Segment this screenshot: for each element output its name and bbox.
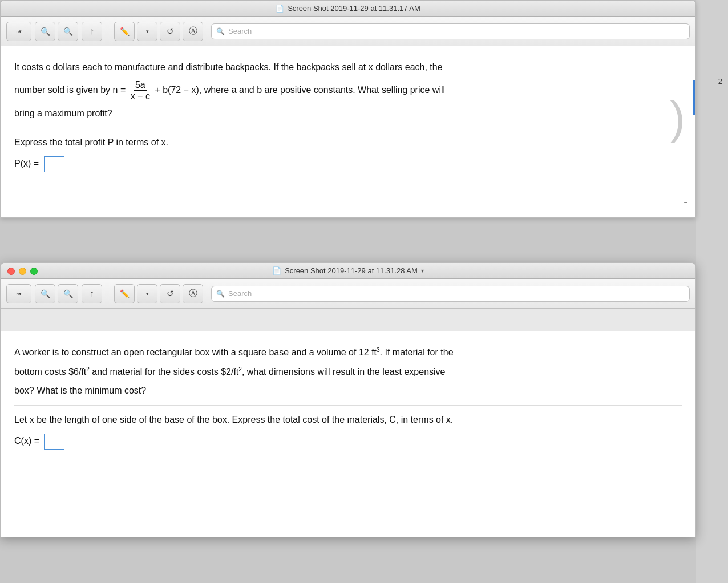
bottom-chevron-down-icon-2: ▾ — [146, 291, 149, 297]
document-icon: 📄 — [276, 5, 284, 13]
problem1-text-3: + b(72 − x), where a and b are positive … — [155, 85, 445, 95]
toolbar-separator-1 — [108, 23, 108, 40]
problem2-text-3: bottom costs $6/ft — [14, 367, 86, 376]
subproblem2-text: Let x be the length of one side of the b… — [14, 412, 682, 427]
problem2-text-1: A worker is to construct an open rectang… — [14, 347, 377, 357]
problem2-text-4: and material for the sides costs $2/ft — [90, 367, 238, 376]
search-bar[interactable]: 🔍 Search — [211, 23, 690, 39]
bottom-zoom-out-button[interactable]: 🔍 — [35, 284, 55, 303]
document-icon-bottom: 📄 — [272, 266, 281, 275]
minimize-button[interactable] — [19, 268, 26, 275]
bottom-title-bar: 📄 Screen Shot 2019-11-29 at 11.31.28 AM … — [1, 263, 695, 279]
share-button[interactable]: ↑ — [82, 22, 102, 41]
problem1-text-2: number sold is given by n = — [14, 85, 126, 95]
px-expression-row: P(x) = — [14, 156, 682, 172]
bottom-rotate-icon: ↺ — [167, 289, 174, 299]
top-toolbar: ▫️ ▾ 🔍 🔍 ↑ ✏️ ▾ ↺ — [1, 17, 695, 46]
chevron-down-icon: ▾ — [19, 29, 22, 34]
bottom-chevron-down-icon: ▾ — [19, 291, 22, 297]
close-button[interactable] — [7, 268, 15, 275]
bottom-share-button[interactable]: ↑ — [82, 284, 102, 303]
top-title-text: 📄 Screen Shot 2019-11-29 at 11.31.17 AM — [276, 4, 420, 13]
title-chevron-icon[interactable]: ▾ — [421, 268, 424, 274]
subproblem1-text: Express the total profit P in terms of x… — [14, 135, 682, 150]
bottom-rotate-button[interactable]: ↺ — [160, 284, 180, 303]
sidebar-toggle-button[interactable]: ▫️ ▾ — [6, 22, 31, 41]
bottom-title-text: 📄 Screen Shot 2019-11-29 at 11.31.28 AM … — [272, 266, 424, 275]
problem2-divider — [14, 405, 682, 406]
problem2-line3: box? What is the minimum cost? — [14, 383, 682, 398]
problem1-text-4: bring a maximum profit? — [14, 108, 112, 118]
bottom-annotate-button[interactable]: Ⓐ — [183, 284, 203, 303]
bottom-title-label: Screen Shot 2019-11-29 at 11.31.28 AM — [285, 266, 418, 275]
cx-label: C(x) = — [14, 436, 39, 446]
problem2-text-6: box? What is the minimum cost? — [14, 386, 146, 395]
bottom-toolbar-separator — [108, 285, 108, 302]
problem1-line1: It costs c dollars each to manufacture a… — [14, 60, 682, 75]
problem2-line1: A worker is to construct an open rectang… — [14, 345, 682, 360]
bottom-pencil-icon: ✏️ — [120, 289, 130, 298]
bottom-search-placeholder: Search — [228, 289, 252, 298]
bottom-toolbar: ▫️ ▾ 🔍 🔍 ↑ ✏️ ▾ ↺ — [1, 279, 695, 309]
zoom-group: 🔍 🔍 — [35, 22, 78, 41]
chevron-down-icon-2: ▾ — [146, 29, 149, 34]
top-title-bar: 📄 Screen Shot 2019-11-29 at 11.31.17 AM — [1, 1, 695, 17]
subproblem2-label: Let x be the length of one side of the b… — [14, 415, 453, 424]
bottom-zoom-in-icon: 🔍 — [63, 289, 73, 298]
problem2-line2: bottom costs $6/ft2 and material for the… — [14, 365, 682, 379]
sidebar-toggle-group: ▫️ ▾ — [6, 22, 31, 41]
top-content-area: ) - It costs c dollars each to manufactu… — [1, 46, 695, 217]
zoom-out-button[interactable]: 🔍 — [35, 22, 55, 41]
bottom-search-bar[interactable]: 🔍 Search — [211, 286, 690, 302]
bottom-sidebar-toggle-group: ▫️ ▾ — [6, 284, 31, 303]
blue-accent-bar — [693, 80, 695, 115]
bottom-zoom-in-button[interactable]: 🔍 — [58, 284, 78, 303]
annotate-icon: Ⓐ — [189, 26, 197, 37]
search-icon: 🔍 — [216, 27, 225, 35]
zoom-in-button[interactable]: 🔍 — [58, 22, 78, 41]
bottom-window: 📄 Screen Shot 2019-11-29 at 11.31.28 AM … — [0, 262, 696, 537]
bottom-annotation-group: ✏️ ▾ ↺ Ⓐ — [114, 284, 203, 303]
problem-divider — [14, 128, 682, 128]
problem1-line3: bring a maximum profit? — [14, 106, 682, 121]
annotation-chevron-button[interactable]: ▾ — [137, 22, 157, 41]
bottom-content-area: A worker is to construct an open rectang… — [1, 331, 695, 537]
bottom-share-icon: ↑ — [90, 289, 94, 299]
problem1-line2: number sold is given by n = 5a x − c + b… — [14, 79, 682, 102]
bottom-annotate-icon: Ⓐ — [189, 288, 197, 299]
bottom-search-icon: 🔍 — [216, 290, 225, 298]
rotate-button[interactable]: ↺ — [160, 22, 180, 41]
bottom-sidebar-toggle-button[interactable]: ▫️ ▾ — [6, 284, 31, 303]
traffic-lights — [7, 268, 38, 275]
fullscreen-button[interactable] — [30, 268, 38, 275]
bottom-pencil-button[interactable]: ✏️ — [114, 284, 135, 303]
pencil-icon: ✏️ — [120, 27, 130, 36]
problem1-text-1: It costs c dollars each to manufacture a… — [14, 62, 443, 72]
bottom-annotation-chevron-button[interactable]: ▾ — [137, 284, 157, 303]
right-bracket: ) — [670, 92, 685, 144]
subproblem1-label: Express the total profit P in terms of x… — [14, 137, 168, 147]
share-icon: ↑ — [90, 26, 94, 37]
bottom-spacer — [1, 309, 695, 331]
pencil-button[interactable]: ✏️ — [114, 22, 135, 41]
fraction-denominator: x − c — [130, 91, 151, 102]
problem2-text-5: , what dimensions will result in the lea… — [242, 367, 446, 376]
cx-input-box[interactable] — [44, 434, 64, 450]
top-title-label: Screen Shot 2019-11-29 at 11.31.17 AM — [288, 4, 420, 13]
dash-mark: - — [683, 196, 687, 209]
annotate-button[interactable]: Ⓐ — [183, 22, 203, 41]
zoom-out-icon: 🔍 — [41, 27, 50, 36]
side-panel: 2 — [696, 0, 728, 583]
px-input-box[interactable] — [44, 156, 64, 172]
page-number-side-1: 2 — [718, 77, 722, 86]
problem2-text-2: . If material for the — [380, 347, 454, 357]
zoom-in-icon: 🔍 — [63, 27, 73, 36]
annotation-group: ✏️ ▾ ↺ Ⓐ — [114, 22, 203, 41]
rotate-icon: ↺ — [167, 26, 174, 37]
cx-expression-row: C(x) = — [14, 434, 682, 450]
search-placeholder: Search — [228, 27, 252, 35]
top-window: 📄 Screen Shot 2019-11-29 at 11.31.17 AM … — [0, 0, 696, 218]
bottom-zoom-group: 🔍 🔍 — [35, 284, 78, 303]
px-label: P(x) = — [14, 159, 39, 168]
bottom-zoom-out-icon: 🔍 — [41, 289, 50, 298]
